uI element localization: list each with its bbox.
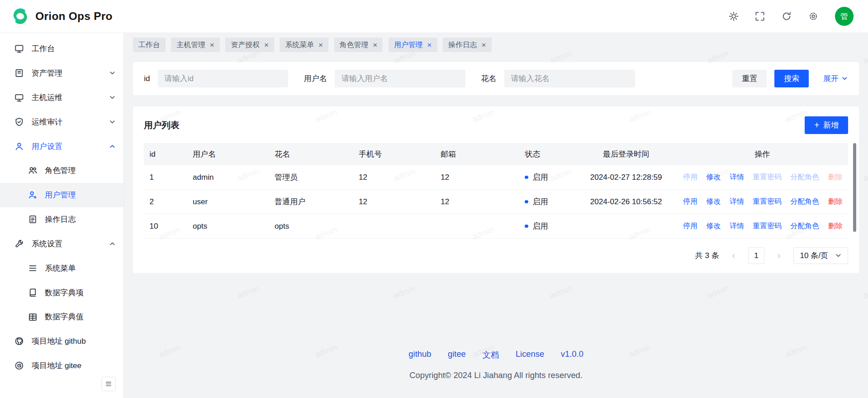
action-assign-role[interactable]: 分配角色	[791, 221, 820, 231]
settings-button[interactable]	[804, 7, 823, 26]
filter-actions: 重置 搜索 展开	[732, 70, 848, 87]
sidebar-item-ops-audit[interactable]: 运维审计	[0, 110, 123, 134]
action-reset-password[interactable]: 重置密码	[753, 197, 782, 206]
sidebar-item-dict-item[interactable]: 数据字典项	[0, 280, 123, 305]
close-icon[interactable]: ×	[318, 41, 323, 49]
action-reset-password[interactable]: 重置密码	[753, 173, 782, 182]
action-delete[interactable]: 删除	[828, 221, 843, 231]
footer-link-1[interactable]: gitee	[448, 349, 466, 360]
action-detail[interactable]: 详情	[730, 173, 744, 182]
roles-icon	[28, 166, 38, 176]
close-icon[interactable]: ×	[373, 41, 377, 49]
tab-host-manage[interactable]: 主机管理×	[171, 38, 220, 52]
sidebar-collapse-button[interactable]	[101, 377, 116, 391]
chevron-down-icon	[109, 94, 116, 101]
page-1-button[interactable]: 1	[748, 247, 765, 264]
id-input[interactable]	[158, 70, 289, 87]
expand-label: 展开	[823, 73, 839, 84]
action-detail[interactable]: 详情	[730, 221, 744, 231]
tab-asset-auth[interactable]: 资产授权×	[225, 38, 274, 52]
add-button[interactable]: + 新增	[805, 116, 848, 134]
sidebar-item-label: 运维审计	[32, 117, 63, 127]
tool-icon	[14, 239, 24, 249]
sidebar-item-user-settings[interactable]: 用户设置	[0, 134, 123, 158]
action-assign-role[interactable]: 分配角色	[791, 197, 820, 206]
close-icon[interactable]: ×	[427, 41, 432, 49]
fullscreen-button[interactable]	[751, 7, 770, 26]
action-disable[interactable]: 停用	[683, 173, 697, 182]
audit-icon	[14, 117, 24, 127]
cell-phone: 12	[353, 189, 435, 214]
watermark-text: admin	[862, 166, 868, 183]
chevron-down-icon	[109, 119, 116, 125]
theme-toggle-button[interactable]	[724, 7, 743, 26]
sidebar-item-op-log[interactable]: 操作日志	[0, 207, 123, 232]
reset-button[interactable]: 重置	[732, 70, 767, 87]
cell-nickname: 普通用户	[269, 189, 353, 214]
host-icon	[14, 92, 24, 102]
tab-op-log[interactable]: 操作日志×	[443, 38, 492, 52]
scrollbar-thumb[interactable]	[853, 143, 856, 232]
chevron-up-icon	[109, 240, 116, 247]
sidebar-item-github[interactable]: 项目地址 github	[0, 329, 123, 354]
sidebar-item-user-manage[interactable]: 用户管理	[0, 183, 123, 207]
close-icon[interactable]: ×	[210, 41, 214, 49]
tab-system-menu[interactable]: 系统菜单×	[280, 38, 328, 52]
grid-icon	[28, 312, 38, 322]
action-assign-role[interactable]: 分配角色	[791, 173, 820, 182]
sidebar-item-workbench[interactable]: 工作台	[0, 37, 123, 61]
action-disable[interactable]: 停用	[683, 221, 697, 231]
cell-email: 12	[435, 189, 519, 214]
action-edit[interactable]: 修改	[707, 197, 721, 206]
table-scrollbar[interactable]	[853, 143, 856, 239]
tab-workbench[interactable]: 工作台	[133, 38, 166, 52]
tab-user-manage[interactable]: 用户管理×	[389, 38, 437, 52]
cell-nickname: opts	[269, 214, 353, 238]
row-actions: 停用修改详情重置密码分配角色删除	[682, 197, 843, 206]
action-disable[interactable]: 停用	[683, 197, 697, 206]
footer-link-4[interactable]: v1.0.0	[561, 349, 583, 360]
cell-last-login: 2024-02-26 10:56:52	[576, 189, 677, 214]
pagination: 共 3 条 ‹ 1 › 10 条/页	[144, 247, 848, 264]
action-delete[interactable]: 删除	[828, 173, 843, 182]
tab-role-manage[interactable]: 角色管理×	[334, 38, 383, 52]
action-detail[interactable]: 详情	[730, 197, 744, 206]
action-delete[interactable]: 删除	[828, 197, 843, 206]
sidebar-item-role-manage[interactable]: 角色管理	[0, 158, 123, 183]
page-size-select[interactable]: 10 条/页	[793, 247, 848, 264]
footer-link-3[interactable]: License	[516, 349, 544, 360]
cell-username: user	[187, 189, 269, 214]
sidebar-item-system-menu[interactable]: 系统菜单	[0, 256, 123, 280]
sidebar-item-host-ops[interactable]: 主机运维	[0, 85, 123, 110]
nickname-input[interactable]	[504, 70, 635, 87]
pagination-prev-button[interactable]: ‹	[726, 248, 741, 263]
pagination-next-button[interactable]: ›	[771, 248, 787, 263]
close-icon[interactable]: ×	[481, 41, 486, 49]
close-icon[interactable]: ×	[264, 41, 269, 49]
action-reset-password[interactable]: 重置密码	[753, 221, 782, 231]
action-edit[interactable]: 修改	[707, 173, 721, 182]
table-row: 1admin管理员1212启用2024-02-27 12:28:59停用修改详情…	[144, 165, 848, 190]
refresh-button[interactable]	[777, 7, 796, 26]
sidebar-item-system-settings[interactable]: 系统设置	[0, 232, 123, 256]
sidebar-item-gitee[interactable]: 项目地址 gitee	[0, 354, 123, 378]
search-button[interactable]: 搜索	[774, 70, 809, 87]
action-edit[interactable]: 修改	[707, 221, 721, 231]
status-dot-icon	[525, 176, 528, 179]
main-content: 工作台主机管理×资产授权×系统菜单×角色管理×用户管理×操作日志× id 用户名…	[124, 33, 868, 398]
footer-link-2[interactable]: 文档	[483, 349, 499, 360]
column-header: 邮箱	[435, 143, 519, 165]
chevron-up-icon	[109, 143, 116, 150]
sidebar-item-dict-value[interactable]: 数据字典值	[0, 305, 123, 329]
expand-toggle[interactable]: 展开	[823, 73, 848, 84]
cell-email	[435, 214, 519, 238]
username-input[interactable]	[335, 70, 465, 87]
footer-link-0[interactable]: github	[408, 349, 431, 360]
user-avatar[interactable]: 管	[835, 7, 854, 26]
sidebar-item-asset-manage[interactable]: 资产管理	[0, 61, 123, 86]
card-title: 用户列表	[144, 119, 179, 131]
page-footer: githubgitee文档Licensev1.0.0 Copyright© 20…	[124, 349, 868, 380]
status-dot-icon	[525, 200, 528, 203]
sidebar-item-label: 系统设置	[32, 239, 63, 249]
sidebar-item-label: 角色管理	[45, 165, 76, 176]
